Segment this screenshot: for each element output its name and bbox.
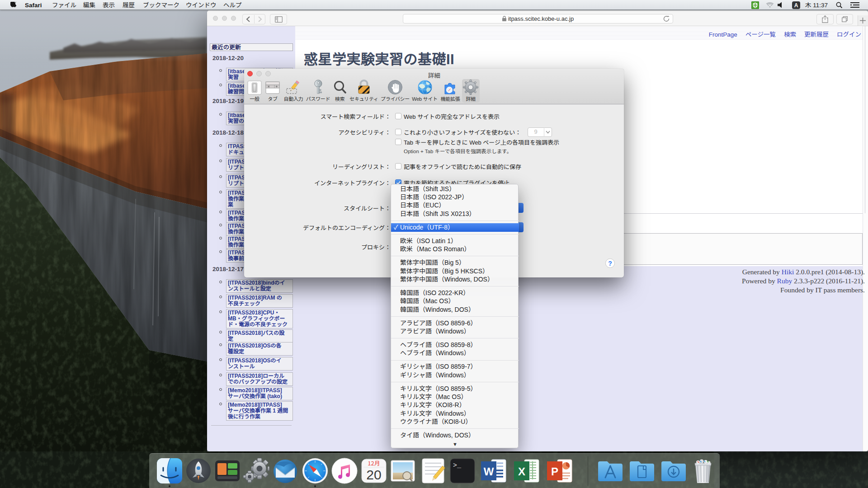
- svg-text:A: A: [794, 2, 798, 9]
- svg-text:>_: >_: [453, 462, 462, 469]
- svg-text:12月: 12月: [368, 459, 380, 467]
- svg-text:W: W: [484, 465, 494, 478]
- svg-text:20: 20: [366, 467, 381, 482]
- svg-text:X: X: [518, 465, 525, 478]
- svg-text:P: P: [551, 465, 558, 478]
